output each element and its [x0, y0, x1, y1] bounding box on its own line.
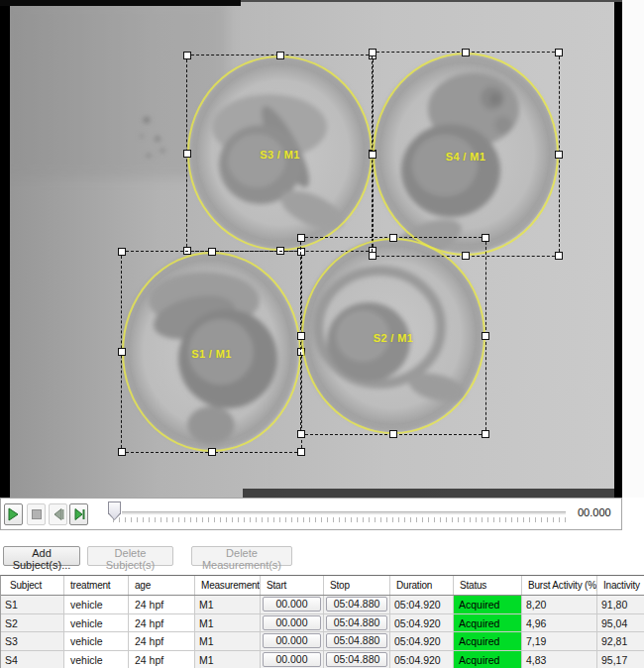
selection-handle[interactable]: [276, 52, 284, 59]
arena-selection-s2[interactable]: S2 / M1: [300, 237, 486, 435]
table-row: S1vehicle24 hpfM100.00005:04.88005:04.92…: [1, 596, 644, 614]
cell-inactivity: 95,04: [597, 614, 644, 633]
cell-measurement: M1: [195, 632, 261, 651]
selection-handle[interactable]: [208, 248, 216, 256]
selection-handle[interactable]: [555, 49, 563, 56]
cell-burst-activity: 4,96: [522, 614, 597, 633]
stop-button[interactable]: [27, 503, 46, 525]
cell-status: Acquired: [454, 596, 522, 614]
column-header-inactivity[interactable]: Inactivity: [597, 576, 644, 595]
start-value-box[interactable]: 00.000: [263, 652, 321, 667]
start-value-box[interactable]: 00.000: [263, 615, 321, 630]
selection-handle[interactable]: [183, 52, 191, 59]
selection-handle[interactable]: [555, 151, 563, 159]
selection-handle[interactable]: [118, 248, 126, 256]
arena-selection-s4[interactable]: S4 / M1: [372, 52, 560, 257]
selection-handle[interactable]: [389, 234, 397, 242]
selection-handle[interactable]: [555, 252, 563, 260]
cell-treatment[interactable]: vehicle: [64, 596, 129, 614]
column-header-measurement[interactable]: Measurement: [195, 576, 261, 595]
slider-ticks: [113, 517, 567, 522]
cell-stop[interactable]: 05:04.880: [324, 632, 390, 651]
timeline-slider[interactable]: [105, 501, 571, 528]
table-row: S2vehicle24 hpfM100.00005:04.88005:04.92…: [1, 614, 644, 633]
cell-measurement: M1: [195, 596, 261, 614]
cell-age[interactable]: 24 hpf: [129, 596, 195, 614]
selection-handle[interactable]: [389, 430, 397, 438]
column-header-subject[interactable]: Subject: [1, 576, 64, 595]
arena-selection-s3[interactable]: S3 / M1: [186, 55, 374, 252]
selection-handle[interactable]: [482, 234, 489, 242]
selection-handle[interactable]: [208, 448, 216, 456]
cell-stop[interactable]: 05:04.880: [324, 614, 390, 633]
column-header-age[interactable]: age: [129, 576, 195, 595]
selection-handle[interactable]: [369, 151, 376, 159]
selection-handle[interactable]: [118, 348, 126, 356]
cell-treatment[interactable]: vehicle: [64, 632, 129, 651]
selection-handle[interactable]: [297, 430, 305, 438]
cell-treatment[interactable]: vehicle: [64, 614, 129, 633]
column-header-status[interactable]: Status: [454, 576, 522, 595]
cell-measurement: M1: [195, 614, 261, 633]
table-row: S4vehicle24 hpfM100.00005:04.88005:04.92…: [1, 651, 644, 668]
step-backward-button[interactable]: [49, 503, 67, 525]
start-value-box[interactable]: 00.000: [263, 597, 321, 612]
selection-handle[interactable]: [369, 49, 376, 56]
column-header-duration[interactable]: Duration: [390, 576, 454, 595]
cell-status: Acquired: [454, 614, 522, 633]
selection-handle[interactable]: [118, 448, 126, 456]
cell-age[interactable]: 24 hpf: [129, 651, 195, 668]
column-header-start[interactable]: Start: [261, 576, 324, 595]
delete-subjects-button[interactable]: Delete Subject(s): [87, 546, 173, 566]
cell-treatment[interactable]: vehicle: [64, 651, 129, 668]
playback-bar: 00.000: [0, 498, 622, 530]
table-row: S3vehicle24 hpfM100.00005:04.88005:04.92…: [1, 632, 644, 651]
selection-handle[interactable]: [482, 332, 489, 340]
stop-value-box[interactable]: 05:04.880: [326, 633, 387, 648]
well-label: S1 / M1: [191, 348, 232, 360]
cell-inactivity: 91,80: [597, 596, 644, 614]
cell-duration: 05:04.920: [390, 614, 454, 633]
delete-measurements-button[interactable]: Delete Measurement(s): [191, 546, 292, 566]
cell-burst-activity: 8,20: [522, 596, 597, 614]
step-forward-icon: [72, 507, 86, 521]
arena-selection-s1[interactable]: S1 / M1: [121, 251, 302, 453]
stop-icon: [31, 508, 43, 520]
cell-stop[interactable]: 05:04.880: [324, 596, 390, 614]
cell-age[interactable]: 24 hpf: [129, 614, 195, 633]
selection-handle[interactable]: [297, 234, 305, 242]
selection-handle[interactable]: [462, 49, 470, 56]
cell-stop[interactable]: 05:04.880: [324, 651, 390, 668]
add-subjects-button[interactable]: Add Subject(s)...: [3, 546, 80, 566]
cell-duration: 05:04.920: [390, 596, 454, 614]
cell-start[interactable]: 00.000: [261, 614, 324, 633]
cell-start[interactable]: 00.000: [261, 651, 324, 668]
table-body: S1vehicle24 hpfM100.00005:04.88005:04.92…: [1, 596, 644, 668]
cell-inactivity: 92,81: [597, 632, 644, 651]
start-value-box[interactable]: 00.000: [263, 633, 321, 648]
stop-value-box[interactable]: 05:04.880: [326, 597, 387, 612]
cell-start[interactable]: 00.000: [261, 632, 324, 651]
cell-subject: S3: [1, 632, 64, 651]
cell-status: Acquired: [454, 651, 522, 668]
column-header-burst-activity[interactable]: Burst Activity (%): [522, 576, 597, 595]
slider-track[interactable]: [122, 511, 566, 514]
play-button[interactable]: [4, 503, 23, 525]
cell-inactivity: 95,17: [597, 651, 644, 668]
well-label: S3 / M1: [260, 149, 300, 161]
cell-burst-activity: 7,19: [522, 632, 597, 651]
selection-handle[interactable]: [482, 430, 489, 438]
step-forward-button[interactable]: [69, 503, 88, 525]
video-viewport: S3 / M1 S4 / M1 S1 / M1 S2 / M1: [0, 0, 644, 498]
cell-start[interactable]: 00.000: [261, 596, 324, 614]
selection-handle[interactable]: [183, 150, 191, 158]
stop-value-box[interactable]: 05:04.880: [326, 615, 387, 630]
cell-duration: 05:04.920: [390, 651, 454, 668]
column-header-treatment[interactable]: treatment: [64, 576, 129, 595]
selection-handle[interactable]: [297, 448, 305, 456]
selection-handle[interactable]: [297, 332, 305, 340]
cell-subject: S4: [1, 651, 64, 668]
column-header-stop[interactable]: Stop: [324, 576, 390, 595]
stop-value-box[interactable]: 05:04.880: [326, 652, 387, 667]
cell-age[interactable]: 24 hpf: [129, 632, 195, 651]
